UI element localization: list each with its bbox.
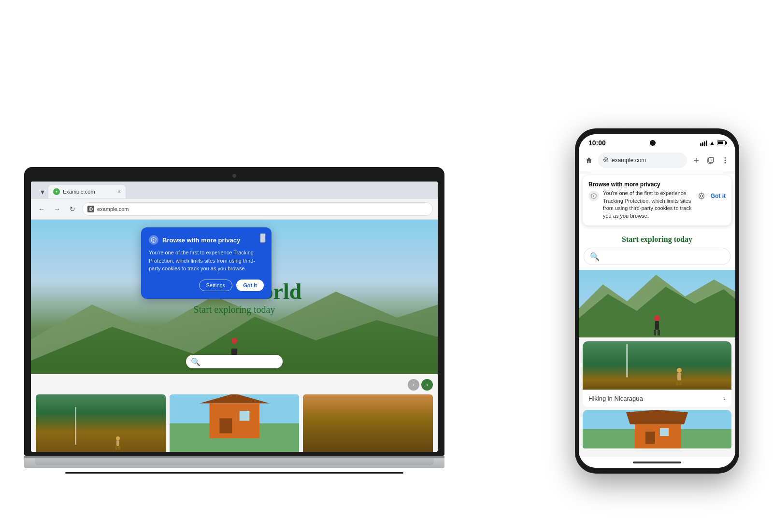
popup-body-text: You're one of the first to experience Tr… xyxy=(149,249,264,273)
tab-dropdown-btn[interactable]: ▾ xyxy=(37,186,48,197)
phone-gotit-btn[interactable]: Got it xyxy=(711,193,726,199)
phone-card-chevron: › xyxy=(723,394,726,402)
waterfall-decoration xyxy=(75,407,76,445)
back-button[interactable]: ← xyxy=(36,203,47,215)
image-grid xyxy=(36,394,433,452)
svg-rect-5 xyxy=(116,440,119,446)
carousel-controls: ‹ › xyxy=(36,379,433,391)
svg-point-26 xyxy=(700,195,702,197)
phone-device: 10:00 ▲ xyxy=(575,128,739,474)
svg-rect-13 xyxy=(239,411,249,421)
hero-subtitle: Start exploring today xyxy=(167,304,302,315)
phone-settings-icon-btn[interactable] xyxy=(696,191,707,201)
phone-card-title-hiking[interactable]: Hiking in Nicaragua › xyxy=(583,390,731,407)
laptop-camera xyxy=(232,174,236,178)
tab-favicon xyxy=(53,188,60,195)
phone-notification: Browse with more privacy You're one of t… xyxy=(583,175,731,225)
image-card-cabin xyxy=(170,394,300,452)
phone-card-title-text: Hiking in Nicaragua xyxy=(588,395,643,402)
phone-address-bar[interactable]: example.com xyxy=(598,153,687,168)
svg-rect-11 xyxy=(209,403,259,438)
svg-rect-39 xyxy=(679,380,682,385)
svg-point-22 xyxy=(725,160,726,161)
phone-content-area: Hiking in Nicaragua › xyxy=(579,337,735,457)
wifi-icon: ▲ xyxy=(709,140,715,146)
svg-point-23 xyxy=(725,162,726,164)
svg-rect-7 xyxy=(118,446,120,450)
carousel-prev-btn[interactable]: ‹ xyxy=(408,379,419,391)
phone-search-icon: 🔍 xyxy=(590,252,600,261)
home-indicator-bar xyxy=(633,462,681,463)
svg-rect-35 xyxy=(626,344,628,378)
browser-chrome: ▾ Example.com × ← → ↻ xyxy=(31,182,438,220)
svg-rect-43 xyxy=(635,424,681,448)
phone-privacy-icon xyxy=(588,191,599,201)
laptop-stand-line xyxy=(65,472,403,474)
image-card-hiking xyxy=(36,394,166,452)
laptop-bottom xyxy=(35,458,434,465)
svg-rect-38 xyxy=(676,380,678,385)
tab-close-btn[interactable]: × xyxy=(117,188,121,195)
svg-rect-12 xyxy=(219,418,232,433)
image-card-partial xyxy=(303,394,433,452)
battery-fill xyxy=(718,141,723,144)
privacy-popup-laptop: × Browse with more privacy You're one of… xyxy=(141,227,272,299)
phone-notif-actions: Got it xyxy=(696,191,726,201)
settings-button[interactable]: Settings xyxy=(199,280,233,291)
phone-explore-title: Start exploring today xyxy=(579,229,735,248)
phone-tab-count-btn[interactable]: 1 xyxy=(705,155,716,166)
popup-actions: Settings Got it xyxy=(149,280,264,291)
forward-button[interactable]: → xyxy=(51,203,63,215)
popup-title: Browse with more privacy xyxy=(162,237,240,244)
battery-cap xyxy=(726,142,727,144)
phone-notif-body: You're one of the first to experience Tr… xyxy=(603,190,692,220)
hiker-figure xyxy=(114,436,122,452)
hero-search-bar[interactable]: 🔍 xyxy=(186,355,283,368)
phone-outer: 10:00 ▲ xyxy=(575,128,739,474)
browser-tabs: ▾ Example.com × xyxy=(31,182,438,199)
popup-close-btn[interactable]: × xyxy=(260,233,266,243)
svg-rect-37 xyxy=(677,373,681,380)
browser-tab-example[interactable]: Example.com × xyxy=(48,185,126,198)
svg-rect-31 xyxy=(655,321,659,330)
phone-home-indicator xyxy=(579,457,735,468)
svg-marker-42 xyxy=(626,410,688,424)
refresh-button[interactable]: ↻ xyxy=(67,203,78,215)
tab-title-text: Example.com xyxy=(63,189,115,195)
phone-card-img-hiking xyxy=(583,341,731,390)
address-bar[interactable]: example.com xyxy=(82,202,433,216)
laptop-device: ▾ Example.com × ← → ↻ xyxy=(24,167,444,474)
svg-rect-44 xyxy=(645,432,655,444)
phone-status-icons: ▲ xyxy=(700,140,726,146)
webpage-bottom: ‹ › xyxy=(31,374,438,452)
gotit-button[interactable]: Got it xyxy=(236,280,264,291)
phone-card-hiking: Hiking in Nicaragua › xyxy=(583,341,731,407)
svg-rect-6 xyxy=(115,446,117,450)
phone-inner: 10:00 ▲ xyxy=(579,134,735,468)
phone-notif-title: Browse with more privacy xyxy=(588,181,726,188)
svg-rect-34 xyxy=(583,341,731,390)
phone-status-bar: 10:00 ▲ xyxy=(579,134,735,150)
phone-card-cabin xyxy=(583,410,731,450)
phone-address-url: example.com xyxy=(612,157,646,164)
battery-icon xyxy=(717,140,726,145)
carousel-next-btn[interactable]: › xyxy=(421,379,433,391)
privacy-shield-icon xyxy=(149,235,158,245)
laptop-base xyxy=(24,458,444,468)
phone-notif-content: You're one of the first to experience Tr… xyxy=(588,190,726,220)
laptop-screen: ▾ Example.com × ← → ↻ xyxy=(31,182,438,452)
phone-more-btn[interactable] xyxy=(720,155,730,166)
phone-home-btn[interactable] xyxy=(584,155,594,166)
phone-new-tab-btn[interactable] xyxy=(691,155,701,166)
person-head xyxy=(231,338,237,344)
address-bar-url: example.com xyxy=(97,206,129,212)
signal-icon xyxy=(700,140,707,146)
popup-header: Browse with more privacy xyxy=(149,235,264,245)
svg-rect-45 xyxy=(660,428,669,436)
phone-search-bar[interactable]: 🔍 xyxy=(584,248,730,265)
phone-webpage: Start exploring today 🔍 xyxy=(579,229,735,457)
phone-camera xyxy=(650,140,656,146)
browser-nav: ← → ↻ example.com xyxy=(31,199,438,219)
phone-hero-image xyxy=(579,270,735,337)
phone-browser-nav: example.com 1 xyxy=(579,150,735,171)
